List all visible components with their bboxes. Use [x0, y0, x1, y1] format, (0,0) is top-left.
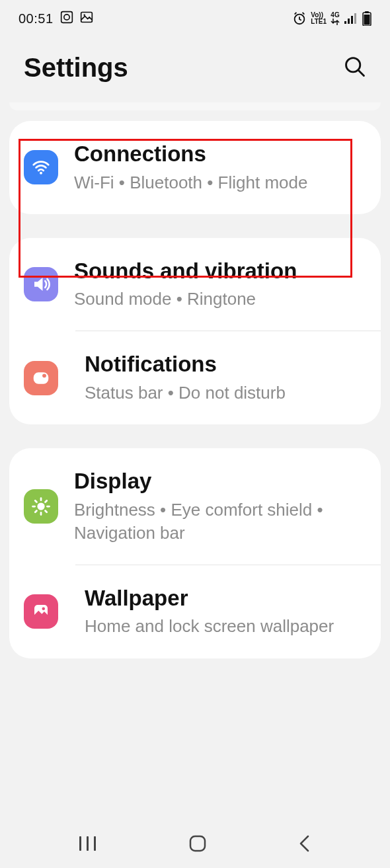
svg-rect-11 — [364, 15, 370, 25]
item-text: Wallpaper Home and lock screen wallpaper — [85, 585, 364, 639]
wallpaper-icon — [24, 594, 58, 629]
settings-item-connections[interactable]: Connections Wi‑Fi • Bluetooth • Flight m… — [9, 121, 381, 214]
settings-item-wallpaper[interactable]: Wallpaper Home and lock screen wallpaper — [75, 565, 381, 658]
svg-rect-0 — [61, 11, 72, 22]
item-title: Connections — [74, 141, 364, 167]
status-time: 00:51 — [19, 11, 54, 26]
status-left: 00:51 — [19, 11, 93, 27]
svg-rect-21 — [94, 836, 96, 851]
home-icon — [188, 834, 208, 853]
item-title: Display — [74, 468, 364, 494]
item-subtitle: Wi‑Fi • Bluetooth • Flight mode — [74, 171, 364, 194]
svg-rect-14 — [34, 372, 49, 384]
item-subtitle: Home and lock screen wallpaper — [85, 615, 364, 638]
svg-point-16 — [37, 502, 44, 510]
item-title: Notifications — [85, 351, 364, 377]
clock-app-icon — [60, 11, 73, 27]
settings-item-sounds[interactable]: Sounds and vibration Sound mode • Ringto… — [9, 238, 381, 331]
item-subtitle: Sound mode • Ringtone — [74, 288, 364, 311]
item-text: Notifications Status bar • Do not distur… — [85, 351, 364, 405]
back-icon — [297, 834, 312, 853]
nav-back-button[interactable] — [297, 834, 312, 856]
item-text: Connections Wi‑Fi • Bluetooth • Flight m… — [74, 141, 364, 194]
settings-item-display[interactable]: Display Brightness • Eye comfort shield … — [9, 448, 381, 565]
status-right: Vo)) LTE1 4G — [292, 11, 371, 26]
wifi-icon — [24, 150, 58, 184]
settings-group-sound: Sounds and vibration Sound mode • Ringto… — [9, 238, 381, 424]
item-text: Display Brightness • Eye comfort shield … — [74, 468, 364, 545]
svg-point-1 — [63, 14, 69, 19]
settings-item-notifications[interactable]: Notifications Status bar • Do not distur… — [75, 331, 381, 424]
svg-point-3 — [83, 14, 85, 16]
battery-icon — [362, 11, 371, 26]
volte-indicator: Vo)) LTE1 — [311, 12, 327, 25]
system-nav-bar — [0, 822, 390, 868]
svg-point-15 — [42, 374, 46, 377]
nav-recents-button[interactable] — [78, 835, 98, 855]
settings-group-display: Display Brightness • Eye comfort shield … — [9, 448, 381, 658]
item-subtitle: Status bar • Do not disturb — [85, 381, 364, 405]
settings-header: Settings — [0, 37, 390, 102]
item-title: Sounds and vibration — [74, 258, 364, 284]
page-title: Settings — [24, 53, 128, 83]
svg-rect-8 — [354, 13, 356, 24]
svg-rect-6 — [348, 19, 350, 24]
network-type: 4G — [331, 12, 340, 25]
svg-rect-20 — [87, 836, 89, 851]
search-icon — [344, 56, 366, 78]
alarm-icon — [292, 11, 307, 26]
svg-rect-7 — [351, 16, 353, 24]
previous-group-edge — [9, 102, 381, 110]
item-subtitle: Brightness • Eye comfort shield • Naviga… — [74, 498, 364, 545]
gallery-icon — [80, 11, 93, 27]
settings-group-connections: Connections Wi‑Fi • Bluetooth • Flight m… — [9, 121, 381, 214]
item-title: Wallpaper — [85, 585, 364, 612]
svg-point-18 — [42, 608, 46, 611]
nav-home-button[interactable] — [188, 834, 208, 856]
svg-rect-22 — [190, 836, 205, 851]
status-bar: 00:51 Vo)) LTE1 4G — [0, 0, 390, 37]
signal-icon — [344, 13, 358, 24]
svg-rect-19 — [79, 836, 81, 851]
svg-point-12 — [346, 58, 360, 71]
svg-rect-5 — [344, 21, 346, 24]
sound-icon — [24, 267, 58, 301]
search-button[interactable] — [344, 56, 366, 81]
svg-point-13 — [40, 172, 42, 175]
item-text: Sounds and vibration Sound mode • Ringto… — [74, 258, 364, 311]
recents-icon — [78, 835, 98, 852]
notifications-icon — [24, 361, 58, 395]
display-icon — [24, 489, 58, 524]
